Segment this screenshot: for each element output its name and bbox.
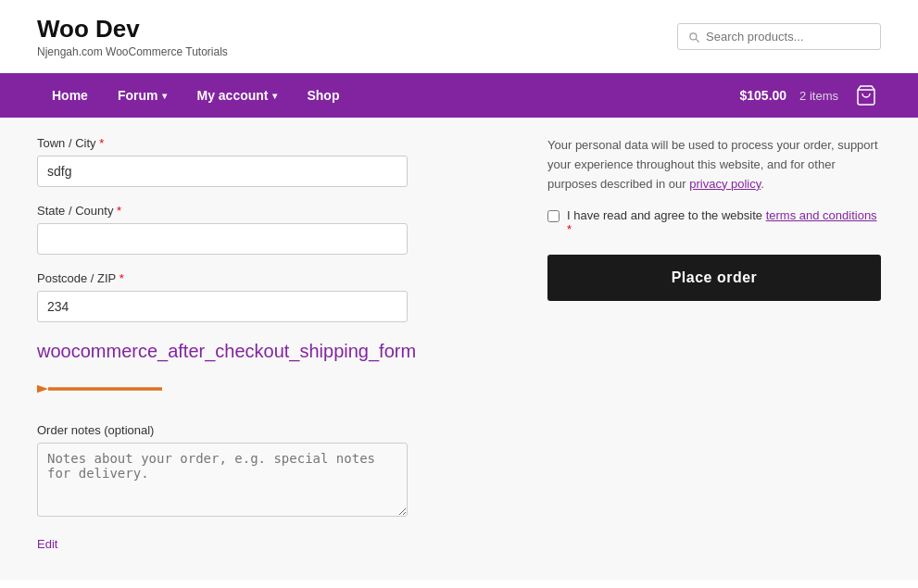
checkout-form: Town / City * State / County * Postcode …: [37, 118, 510, 580]
place-order-button[interactable]: Place order: [547, 255, 881, 301]
myaccount-chevron-icon: ▾: [272, 91, 277, 101]
postcode-label: Postcode / ZIP *: [37, 271, 510, 285]
site-nav: Home Forum ▾ My account ▾ Shop $105.00 2…: [0, 73, 918, 118]
terms-link[interactable]: terms and conditions: [766, 208, 877, 222]
nav-left: Home Forum ▾ My account ▾ Shop: [37, 75, 354, 116]
terms-checkbox[interactable]: [547, 210, 560, 222]
privacy-notice: Your personal data will be used to proce…: [547, 136, 881, 194]
town-label: Town / City *: [37, 136, 510, 150]
search-box[interactable]: [677, 23, 881, 50]
state-input[interactable]: [37, 223, 408, 255]
arrow-icon: [37, 372, 167, 406]
state-label: State / County *: [37, 204, 510, 218]
hook-label: woocommerce_after_checkout_shipping_form: [37, 339, 416, 363]
order-notes-label: Order notes (optional): [37, 423, 510, 437]
nav-item-forum[interactable]: Forum ▾: [103, 75, 182, 116]
postcode-input[interactable]: [37, 291, 408, 322]
main-content: Town / City * State / County * Postcode …: [0, 118, 918, 580]
forum-chevron-icon: ▾: [162, 91, 167, 101]
search-input[interactable]: [706, 30, 871, 44]
privacy-policy-link[interactable]: privacy policy: [689, 177, 761, 191]
terms-row: I have read and agree to the website ter…: [547, 208, 881, 236]
order-notes-field: Order notes (optional): [37, 423, 510, 519]
nav-item-shop[interactable]: Shop: [292, 75, 354, 116]
search-icon: [687, 31, 700, 44]
town-input[interactable]: [37, 156, 408, 187]
hook-section: woocommerce_after_checkout_shipping_form: [37, 339, 510, 408]
town-field: Town / City *: [37, 136, 510, 187]
site-logo-name: Woo Dev: [37, 15, 228, 44]
order-sidebar: Your personal data will be used to proce…: [547, 118, 881, 580]
site-logo-tagline: Njengah.com WooCommerce Tutorials: [37, 45, 228, 58]
edit-link[interactable]: Edit: [37, 537, 57, 551]
site-header: Woo Dev Njengah.com WooCommerce Tutorial…: [0, 0, 918, 73]
nav-item-home[interactable]: Home: [37, 75, 103, 116]
postcode-field: Postcode / ZIP *: [37, 271, 510, 322]
order-notes-textarea[interactable]: [37, 443, 408, 517]
cart-basket-icon: [855, 84, 877, 106]
site-logo: Woo Dev Njengah.com WooCommerce Tutorial…: [37, 15, 228, 58]
cart-items-count: 2 items: [799, 89, 838, 103]
cart-icon[interactable]: [851, 81, 881, 110]
nav-item-myaccount[interactable]: My account ▾: [182, 75, 292, 116]
nav-right: $105.00 2 items: [739, 81, 881, 110]
state-field: State / County *: [37, 204, 510, 255]
cart-total: $105.00: [739, 88, 786, 103]
